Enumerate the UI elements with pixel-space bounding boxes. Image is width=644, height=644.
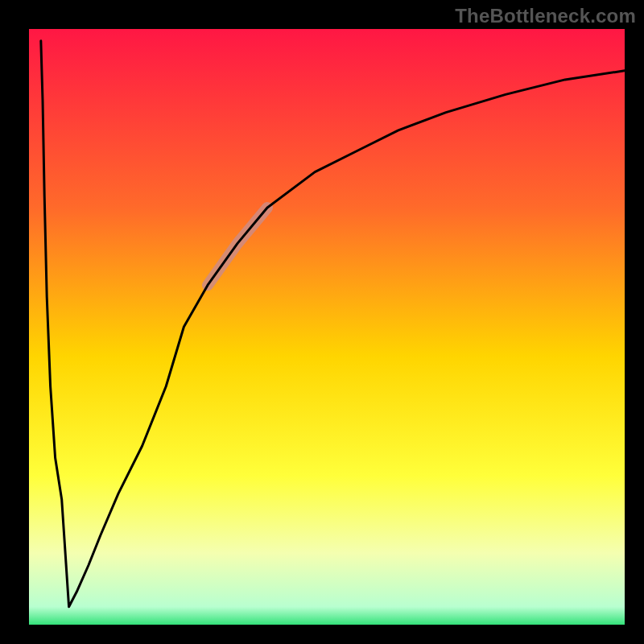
- bottleneck-chart: [0, 0, 644, 644]
- plot-area: [29, 29, 625, 625]
- watermark-text: TheBottleneck.com: [455, 5, 636, 27]
- chart-frame: TheBottleneck.com: [0, 0, 644, 644]
